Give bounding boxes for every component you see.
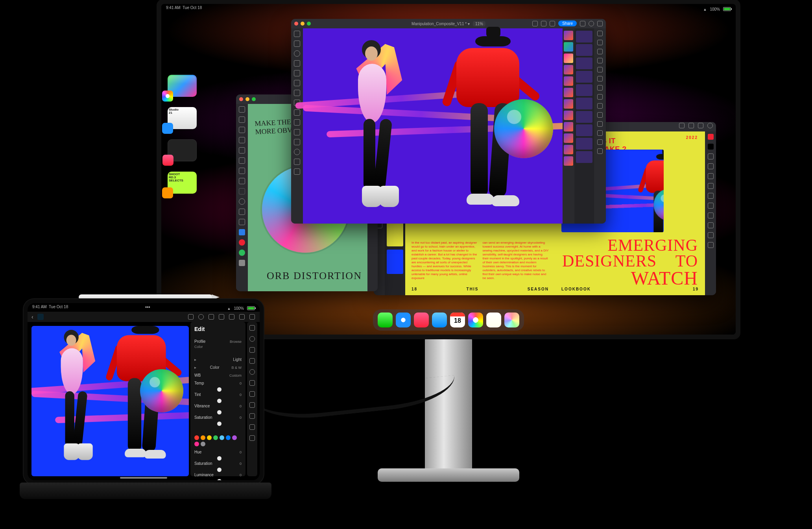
- layer-thumb[interactable]: [576, 31, 592, 43]
- back-icon[interactable]: ‹: [31, 314, 33, 320]
- node-tool-icon[interactable]: [239, 117, 245, 123]
- history-panel-icon[interactable]: [708, 232, 714, 238]
- settings-icon[interactable]: [597, 21, 603, 26]
- presets-tab-icon[interactable]: [249, 358, 255, 364]
- layer-thumb[interactable]: [576, 84, 592, 96]
- settings-icon[interactable]: [249, 314, 255, 320]
- stroke-panel-icon[interactable]: [708, 213, 714, 218]
- paragraph-panel-icon[interactable]: [708, 163, 714, 169]
- healing-tool-icon[interactable]: [294, 119, 300, 126]
- layer-row[interactable]: [564, 76, 573, 86]
- dock-app-messages[interactable]: [378, 313, 393, 327]
- export-icon[interactable]: [688, 123, 694, 128]
- layer-row[interactable]: [564, 99, 573, 109]
- color-swatch[interactable]: [207, 435, 212, 440]
- styles-studio-icon[interactable]: [597, 85, 603, 91]
- effects-tab-icon[interactable]: [249, 435, 255, 441]
- transform-panel-icon[interactable]: [708, 222, 714, 228]
- geometry-tab-icon[interactable]: [249, 413, 255, 419]
- layer-thumb[interactable]: [576, 124, 592, 136]
- point-transform-tool-icon[interactable]: [239, 127, 245, 133]
- color-swatch[interactable]: [232, 435, 237, 440]
- preview-icon[interactable]: [679, 123, 685, 128]
- group-light[interactable]: Light: [194, 357, 242, 362]
- layer-thumb[interactable]: [576, 44, 592, 56]
- dock-app-music[interactable]: [414, 313, 429, 327]
- detail-tab-icon[interactable]: [249, 424, 255, 430]
- brush-tool-icon[interactable]: [294, 80, 300, 86]
- fullscreen-icon[interactable]: [307, 22, 311, 26]
- healing-icon[interactable]: [219, 314, 224, 320]
- color-swatch[interactable]: [194, 435, 199, 440]
- dock-app-mail[interactable]: [432, 313, 447, 327]
- close-icon[interactable]: [239, 97, 243, 101]
- group-color[interactable]: ColorB & W: [194, 365, 242, 370]
- color-swatch[interactable]: [220, 435, 224, 440]
- document-info-icon[interactable]: [589, 21, 594, 26]
- shape-tool-icon[interactable]: [294, 149, 300, 155]
- minimize-icon[interactable]: [245, 97, 249, 101]
- erase-tool-icon[interactable]: [294, 90, 300, 96]
- fields-panel-icon[interactable]: [708, 203, 714, 209]
- history-studio-icon[interactable]: [597, 130, 603, 136]
- layer-row[interactable]: [564, 31, 573, 40]
- swatches-studio-icon[interactable]: [597, 40, 603, 45]
- fullscreen-icon[interactable]: [252, 97, 256, 101]
- move-tool-icon[interactable]: [294, 41, 300, 47]
- color-swatch[interactable]: [201, 435, 205, 440]
- healing-tab-icon[interactable]: [249, 380, 255, 386]
- artboard-tool-icon[interactable]: [239, 219, 245, 225]
- layer-row[interactable]: [564, 88, 573, 97]
- color-swatch[interactable]: [194, 442, 199, 446]
- move-tool-icon[interactable]: [239, 106, 245, 113]
- minimize-icon[interactable]: [301, 22, 304, 26]
- channels-studio-icon[interactable]: [597, 121, 603, 127]
- histogram-studio-icon[interactable]: [597, 148, 603, 154]
- shape-tool-icon[interactable]: [239, 198, 245, 205]
- color-mix-swatches[interactable]: [194, 435, 242, 446]
- pencil-tool-icon[interactable]: [239, 157, 245, 164]
- layer-thumb[interactable]: [576, 138, 592, 150]
- brushes-studio-icon[interactable]: [597, 49, 603, 54]
- crop-icon[interactable]: [188, 314, 194, 320]
- color-swatch[interactable]: [226, 435, 231, 440]
- photo-canvas[interactable]: [303, 28, 563, 224]
- undo-icon[interactable]: [532, 21, 538, 26]
- color-studio-icon[interactable]: [597, 31, 603, 36]
- zoom-readout[interactable]: 11%: [473, 21, 485, 26]
- layer-row[interactable]: [564, 156, 573, 166]
- layer-thumb[interactable]: [576, 98, 592, 109]
- browse-link[interactable]: Browse: [230, 340, 242, 344]
- layer-row[interactable]: [564, 133, 573, 143]
- layer-row[interactable]: [564, 65, 573, 74]
- assets-panel-icon[interactable]: [708, 193, 714, 199]
- dodge-tool-icon[interactable]: [294, 109, 300, 116]
- layer-thumb[interactable]: [576, 151, 592, 163]
- stock-studio-icon[interactable]: [597, 94, 603, 100]
- color-swatch[interactable]: [201, 442, 205, 446]
- adjustments-studio-icon[interactable]: [597, 58, 603, 63]
- view-tool-icon[interactable]: [239, 260, 245, 266]
- swatch-stroke-icon[interactable]: [239, 250, 245, 256]
- redo-icon[interactable]: [541, 21, 546, 26]
- fill-tool-icon[interactable]: [239, 178, 245, 184]
- selection-tool-icon[interactable]: [294, 60, 300, 67]
- text-tool-icon[interactable]: [294, 129, 300, 135]
- stage-group-photos[interactable]: [168, 75, 197, 97]
- pen-tool-icon[interactable]: [294, 139, 300, 145]
- navigator-studio-icon[interactable]: [597, 139, 603, 145]
- photo-editor-titlebar[interactable]: Manipulation_Composite_V11 * ▾ 11% Share: [291, 19, 606, 28]
- export-icon[interactable]: [580, 21, 585, 26]
- presets-icon[interactable]: [198, 314, 204, 320]
- layers-studio-icon[interactable]: [597, 67, 603, 72]
- stage-group-studio21[interactable]: Studio 21: [168, 107, 197, 129]
- vector-brush-tool-icon[interactable]: [239, 168, 245, 174]
- wb-value[interactable]: Custom: [229, 374, 242, 377]
- color-picker-tool-icon[interactable]: [239, 229, 245, 235]
- dock-app-notes[interactable]: [486, 313, 501, 327]
- lightroom-icon[interactable]: [37, 314, 44, 320]
- layer-row[interactable]: [564, 54, 573, 63]
- layer-thumb[interactable]: [576, 57, 592, 69]
- corner-tool-icon[interactable]: [239, 137, 245, 143]
- layer-row[interactable]: [564, 145, 573, 154]
